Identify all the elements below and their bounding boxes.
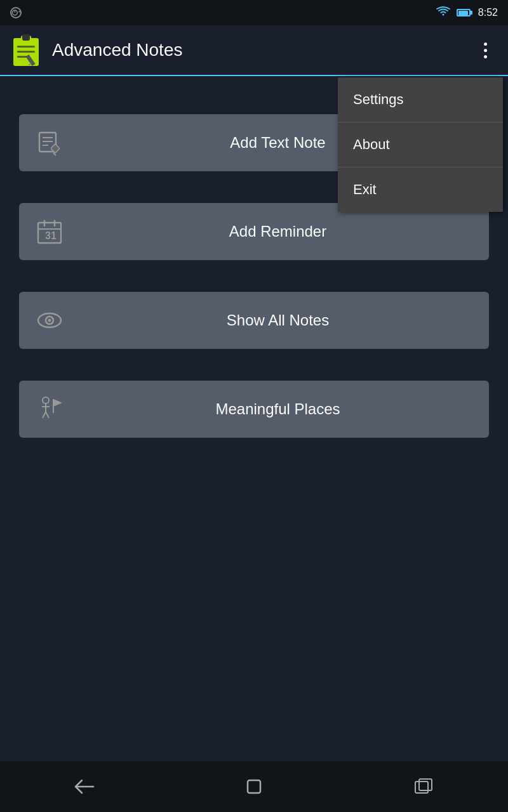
show-all-notes-label: Show All Notes [79, 311, 476, 329]
eye-icon [32, 303, 67, 338]
svg-rect-4 [22, 34, 30, 41]
meaningful-places-label: Meaningful Places [79, 400, 476, 418]
show-all-notes-button[interactable]: Show All Notes [19, 292, 489, 349]
svg-rect-32 [248, 780, 260, 793]
back-button[interactable] [65, 771, 104, 802]
svg-rect-6 [17, 51, 35, 53]
overflow-menu-button[interactable] [472, 37, 498, 63]
edit-icon [32, 126, 67, 160]
home-button[interactable] [235, 771, 273, 802]
app-bar: Advanced Notes [0, 25, 508, 76]
svg-line-28 [46, 412, 49, 418]
svg-point-23 [48, 319, 51, 322]
menu-item-about[interactable]: About [338, 122, 503, 167]
recents-button[interactable] [404, 771, 443, 802]
svg-line-27 [43, 412, 46, 418]
app-logo [10, 33, 42, 68]
menu-item-settings[interactable]: Settings [338, 77, 503, 122]
overflow-dot-3 [484, 55, 487, 58]
places-icon [32, 392, 67, 427]
svg-rect-33 [415, 782, 428, 793]
overflow-dot-1 [484, 43, 487, 46]
add-reminder-label: Add Reminder [79, 223, 476, 240]
notification-icon [10, 7, 22, 18]
dropdown-menu: Settings About Exit [338, 77, 503, 212]
svg-point-24 [43, 397, 49, 403]
menu-item-exit[interactable]: Exit [338, 167, 503, 212]
nav-bar [0, 761, 508, 812]
wifi-icon [436, 6, 450, 19]
svg-rect-34 [419, 779, 432, 790]
battery-icon [457, 9, 472, 16]
svg-marker-30 [53, 399, 62, 407]
svg-line-15 [53, 153, 56, 155]
svg-text:31: 31 [45, 230, 57, 241]
meaningful-places-button[interactable]: Meaningful Places [19, 381, 489, 438]
calendar-icon: 31 [32, 214, 67, 249]
status-bar: 8:52 [0, 0, 508, 25]
app-title: Advanced Notes [52, 40, 472, 60]
status-bar-left [10, 7, 22, 18]
overflow-dot-2 [484, 49, 487, 52]
status-time: 8:52 [478, 7, 498, 18]
svg-rect-5 [17, 46, 35, 48]
status-bar-right: 8:52 [436, 6, 498, 19]
